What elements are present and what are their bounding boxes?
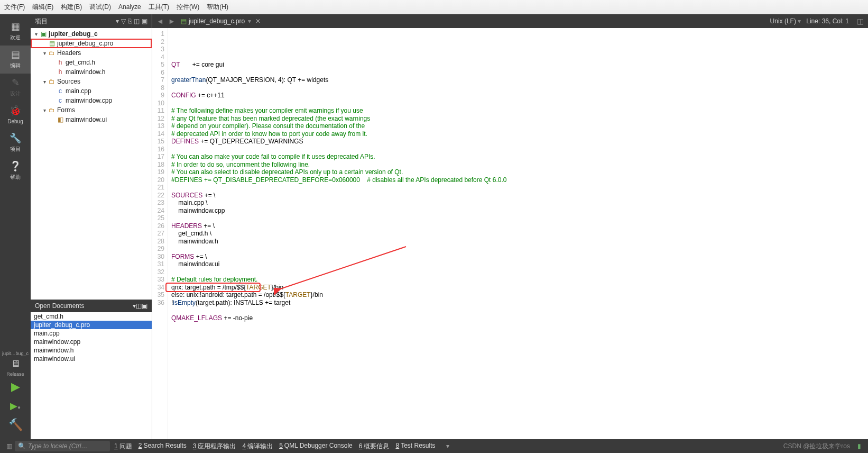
tree-cpp-file[interactable]: c main.cpp: [31, 86, 152, 96]
filter-icon[interactable]: ▽: [121, 17, 126, 25]
project-icon: ▣: [39, 30, 48, 38]
close-panel-icon[interactable]: ▣: [142, 302, 147, 310]
projects-header: 项目 ▾ ▽ ⎘ ◫ ▣: [31, 14, 152, 28]
dropdown-icon[interactable]: ▾: [116, 17, 119, 25]
cpp-file-icon: c: [56, 87, 64, 95]
folder-icon: 🗀: [48, 106, 56, 114]
activity-welcome[interactable]: ▦ 欢迎: [0, 17, 31, 46]
wrench-icon: 🔧: [0, 132, 31, 144]
watermark-text: CSDN @捡垃圾来学ros: [783, 442, 850, 451]
menu-edit[interactable]: 编辑(E): [32, 3, 53, 12]
grid-icon: ▦: [0, 21, 31, 32]
output-tab[interactable]: 1问题: [114, 442, 132, 451]
link-icon[interactable]: ⎘: [128, 17, 132, 25]
code-editor[interactable]: 1234567891011121314151617181920212223242…: [152, 28, 868, 439]
activity-edit[interactable]: ▤ 编辑: [0, 46, 31, 74]
editor-area: ◄ ► ▤ jupiter_debug_c.pro ▾ ✕ Unix (LF) …: [152, 14, 868, 439]
statusbar: ▥ 🔍 Type to locate (Ctrl… 1问题2Search Res…: [0, 439, 868, 453]
edit-icon: ▤: [0, 49, 31, 60]
tree-pro-file[interactable]: ▤ jupiter_debug_c.pro: [31, 39, 152, 48]
bug-icon: 🐞: [0, 105, 31, 116]
activity-project[interactable]: 🔧 项目: [0, 129, 31, 157]
cursor-position[interactable]: Line: 36, Col: 1: [806, 17, 849, 25]
pro-file-icon: ▤: [181, 17, 187, 25]
tree-sources[interactable]: ▾ 🗀 Sources: [31, 77, 152, 86]
open-doc-item[interactable]: jupiter_debug_c.pro: [31, 321, 152, 329]
editor-file-name[interactable]: jupiter_debug_c.pro: [189, 17, 245, 25]
chevron-down-icon[interactable]: ▾: [41, 50, 48, 56]
monitor-icon[interactable]: 🖥: [11, 358, 20, 369]
side-panel: 项目 ▾ ▽ ⎘ ◫ ▣ ▾ ▣ jupiter_debug_c ▤ jupit…: [31, 14, 152, 439]
run-debug-button[interactable]: ▶●: [10, 400, 21, 412]
split-icon[interactable]: ◫: [136, 302, 142, 310]
open-doc-item[interactable]: main.cpp: [31, 329, 152, 338]
open-documents-list[interactable]: get_cmd.h jupiter_debug_c.pro main.cpp m…: [31, 312, 152, 439]
release-label: Release: [6, 372, 24, 377]
editor-toolbar: ◄ ► ▤ jupiter_debug_c.pro ▾ ✕ Unix (LF) …: [152, 14, 868, 28]
menu-debug[interactable]: 调试(D): [89, 3, 111, 12]
activity-bar: ▦ 欢迎 ▤ 编辑 ✎ 设计 🐞 Debug 🔧 项目 ❔ 帮助 jupit…b…: [0, 14, 31, 439]
nav-fwd-button[interactable]: ►: [166, 17, 178, 25]
dropdown-icon[interactable]: ▾: [442, 442, 454, 450]
h-file-icon: h: [56, 68, 64, 76]
activity-debug[interactable]: 🐞 Debug: [0, 102, 31, 129]
output-tab[interactable]: 5QML Debugger Console: [279, 442, 353, 451]
h-file-icon: h: [56, 59, 64, 66]
kit-label[interactable]: jupit…bug_c: [2, 351, 29, 356]
run-button[interactable]: ▶: [11, 380, 20, 394]
tree-forms[interactable]: ▾ 🗀 Forms: [31, 105, 152, 115]
tree-h-file[interactable]: h mainwindow.h: [31, 67, 152, 77]
output-tab[interactable]: 4编译输出: [242, 442, 273, 451]
locator-input[interactable]: 🔍 Type to locate (Ctrl…: [15, 441, 110, 451]
build-button[interactable]: 🔨: [8, 418, 23, 432]
output-tab[interactable]: 6概要信息: [359, 442, 390, 451]
line-gutter: 1234567891011121314151617181920212223242…: [152, 28, 168, 439]
activity-help[interactable]: ❔ 帮助: [0, 157, 31, 185]
chevron-down-icon[interactable]: ▾: [41, 79, 48, 85]
tree-cpp-file[interactable]: c mainwindow.cpp: [31, 96, 152, 105]
activity-design[interactable]: ✎ 设计: [0, 74, 31, 102]
menu-file[interactable]: 文件(F): [4, 3, 25, 12]
nav-back-button[interactable]: ◄: [154, 17, 166, 25]
output-tab[interactable]: 2Search Results: [138, 442, 187, 451]
output-tab[interactable]: 3应用程序输出: [193, 442, 236, 451]
close-panel-icon[interactable]: ▣: [142, 17, 147, 25]
progress-button[interactable]: ▮: [853, 442, 865, 450]
menu-analyze[interactable]: Analyze: [118, 3, 141, 11]
pro-file-icon: ▤: [48, 40, 56, 47]
menu-widgets[interactable]: 控件(W): [177, 3, 199, 12]
project-tree[interactable]: ▾ ▣ jupiter_debug_c ▤ jupiter_debug_c.pr…: [31, 28, 152, 300]
tree-root[interactable]: ▾ ▣ jupiter_debug_c: [31, 29, 152, 39]
menu-build[interactable]: 构建(B): [61, 3, 82, 12]
dropdown-icon[interactable]: ▾: [248, 17, 251, 25]
menubar: 文件(F) 编辑(E) 构建(B) 调试(D) Analyze 工具(T) 控件…: [0, 0, 868, 14]
tree-headers[interactable]: ▾ 🗀 Headers: [31, 48, 152, 58]
tree-h-file[interactable]: h get_cmd.h: [31, 58, 152, 67]
split-editor-icon[interactable]: ◫: [854, 17, 866, 25]
ui-file-icon: ◧: [56, 116, 64, 123]
code-content[interactable]: QT += core guigreaterThan(QT_MAJOR_VERSI…: [168, 28, 868, 439]
chevron-down-icon[interactable]: ▾: [33, 31, 39, 37]
open-doc-item[interactable]: mainwindow.cpp: [31, 338, 152, 346]
output-tab[interactable]: 8Test Results: [395, 442, 435, 451]
folder-icon: 🗀: [48, 78, 56, 85]
design-icon: ✎: [0, 77, 31, 88]
encoding-label[interactable]: Unix (LF) ▾: [770, 17, 801, 25]
open-docs-header: Open Documents ▾ ◫ ▣: [31, 300, 152, 312]
chevron-down-icon[interactable]: ▾: [41, 107, 48, 113]
close-tab-button[interactable]: ✕: [255, 17, 261, 25]
cpp-file-icon: c: [56, 97, 64, 104]
open-doc-item[interactable]: mainwindow.h: [31, 346, 152, 355]
tree-ui-file[interactable]: ◧ mainwindow.ui: [31, 115, 152, 124]
open-doc-item[interactable]: mainwindow.ui: [31, 355, 152, 363]
help-icon: ❔: [0, 160, 31, 172]
search-icon: 🔍: [18, 442, 26, 450]
folder-icon: 🗀: [48, 49, 56, 57]
menu-tools[interactable]: 工具(T): [149, 3, 169, 12]
open-doc-item[interactable]: get_cmd.h: [31, 312, 152, 321]
split-icon[interactable]: ◫: [134, 17, 140, 25]
menu-help[interactable]: 帮助(H): [207, 3, 228, 12]
toggle-sidebar-button[interactable]: ▥: [3, 442, 15, 450]
